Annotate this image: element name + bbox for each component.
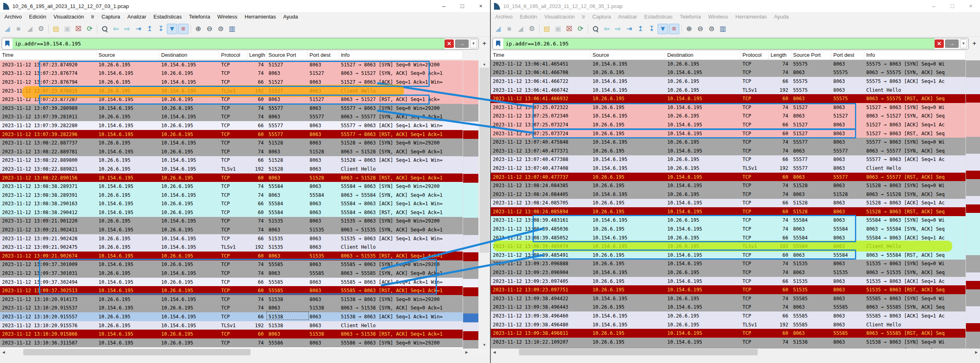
- packet-row[interactable]: 2023-11-12 13:08:39.48316110.154.6.19510…: [491, 216, 966, 225]
- scroll-left-icon[interactable]: ◄: [491, 349, 498, 356]
- horizontal-scrollbar[interactable]: ◄ ►: [491, 349, 980, 356]
- packet-row[interactable]: 2023-11-12 13:07:40.47584810.154.6.19510…: [491, 138, 966, 146]
- packet-row[interactable]: 2023-11-12 13:08:22.88980010.26.6.19510.…: [0, 156, 463, 165]
- open-file-icon[interactable]: ▤: [51, 24, 61, 34]
- zoom-out-icon[interactable]: ⊖: [695, 24, 705, 34]
- packet-row[interactable]: 2023-11-12 13:08:38.28937110.154.6.19510…: [0, 182, 463, 191]
- packet-row[interactable]: 2023-11-12 13:08:22.88773710.26.6.19510.…: [0, 138, 463, 147]
- scroll-down-icon[interactable]: ▼: [479, 341, 490, 349]
- column-header-time[interactable]: Time: [491, 51, 590, 60]
- packet-row[interactable]: 2023-11-12 13:07:25.07372410.26.6.19510.…: [491, 129, 966, 138]
- menu-telefonía[interactable]: Telefonía: [185, 14, 214, 20]
- filter-dropdown-button[interactable]: ▼: [470, 39, 477, 48]
- packet-row[interactable]: 2023-11-12 13:08:39.48507410.154.6.19510…: [491, 242, 966, 251]
- close-button[interactable]: ×: [472, 0, 490, 12]
- scroll-right-icon[interactable]: ►: [973, 349, 980, 356]
- packet-row[interactable]: 2023-11-12 13:07:23.87728710.154.6.19510…: [0, 95, 463, 104]
- menu-telefonía[interactable]: Telefonía: [676, 14, 705, 20]
- column-header-port-dest[interactable]: Port dest: [308, 51, 339, 60]
- go-to-packet-icon[interactable]: ⇥: [133, 24, 144, 34]
- packet-row[interactable]: 2023-11-12 13:07:40.47737110.26.6.19510.…: [491, 146, 966, 155]
- go-back-icon[interactable]: ⇦: [601, 24, 612, 34]
- packet-row[interactable]: 2023-11-12 13:08:39.48503610.26.6.19510.…: [491, 225, 966, 233]
- menu-edición[interactable]: Edición: [25, 14, 50, 20]
- packet-minimap[interactable]: [463, 60, 478, 349]
- packet-row[interactable]: 2023-11-12 13:09:21.90241110.154.6.19510…: [0, 225, 463, 234]
- packet-row[interactable]: 2023-11-12 13:09:21.90122010.26.6.19510.…: [0, 217, 463, 226]
- reload-file-icon[interactable]: ⟳: [84, 24, 95, 34]
- packet-row[interactable]: 2023-11-12 13:08:39.48505210.154.6.19510…: [491, 233, 966, 242]
- column-header-length[interactable]: Length: [769, 51, 791, 60]
- column-header-protocol[interactable]: Protocol: [740, 51, 769, 60]
- zoom-in-icon[interactable]: ⊕: [684, 24, 694, 34]
- restart-capture-icon[interactable]: ◢: [515, 24, 526, 34]
- filter-bookmark-button[interactable]: [493, 41, 503, 47]
- packet-row[interactable]: 2023-11-12 13:07:25.07234010.154.6.19510…: [491, 112, 966, 121]
- packet-row[interactable]: 2023-11-12 13:07:23.87679410.26.6.19510.…: [0, 78, 463, 87]
- column-header-source-port[interactable]: Source Port: [791, 51, 831, 60]
- packet-row[interactable]: 2023-11-12 13:09:37.30100910.154.6.19510…: [0, 260, 463, 269]
- packet-row[interactable]: 2023-11-12 13:09:37.30251310.154.6.19510…: [0, 286, 463, 295]
- vertical-scrollbar[interactable]: ▲ ▼: [478, 60, 490, 349]
- packet-row[interactable]: 2023-11-12 13:10:20.91417310.26.6.19510.…: [0, 295, 463, 304]
- maximize-button[interactable]: □: [943, 0, 962, 12]
- packet-row[interactable]: 2023-11-12 13:07:39.28098910.154.6.19510…: [0, 104, 463, 113]
- autoscroll-icon[interactable]: ▼: [658, 24, 668, 34]
- menu-visualización[interactable]: Visualización: [50, 14, 88, 20]
- title-bar[interactable]: 10_26_6_195_all_2023_11_12_12_07_03_1.pc…: [0, 0, 490, 12]
- close-button[interactable]: ×: [962, 0, 980, 12]
- column-header-info[interactable]: Info: [339, 51, 463, 60]
- column-header-port-dest[interactable]: Port dest: [831, 51, 864, 60]
- filter-dropdown-button[interactable]: ▼: [960, 39, 967, 48]
- colorize-icon[interactable]: ≡: [669, 24, 679, 34]
- open-file-icon[interactable]: ▤: [541, 24, 552, 34]
- go-forward-icon[interactable]: ⇨: [122, 24, 132, 34]
- capture-options-icon[interactable]: ⚙: [36, 24, 46, 34]
- go-top-icon[interactable]: ↥: [635, 24, 646, 34]
- menu-ayuda[interactable]: Ayuda: [280, 14, 302, 20]
- minimize-button[interactable]: –: [435, 0, 453, 12]
- column-header-source-port[interactable]: Source Port: [267, 51, 308, 60]
- menu-wireless[interactable]: Wireless: [705, 14, 732, 20]
- packet-row[interactable]: 2023-11-12 13:09:23.09688810.26.6.19510.…: [491, 260, 966, 268]
- menu-herramientas[interactable]: Herramientas: [732, 14, 771, 20]
- packet-row[interactable]: 2023-11-12 13:09:38.49442210.154.6.19510…: [491, 294, 966, 303]
- packet-row[interactable]: 2023-11-12 13:09:38.49646010.154.6.19510…: [491, 311, 966, 320]
- packet-row[interactable]: 2023-11-12 13:06:41.46674210.154.6.19510…: [491, 86, 966, 95]
- menu-ir[interactable]: Ir: [88, 14, 98, 20]
- find-packet-icon[interactable]: [590, 24, 601, 34]
- menu-archivo[interactable]: Archivo: [492, 14, 516, 20]
- go-bottom-icon[interactable]: ↧: [156, 24, 166, 34]
- packet-row[interactable]: 2023-11-12 13:09:38.49644310.26.6.19510.…: [491, 303, 966, 312]
- packet-row[interactable]: 2023-11-12 13:09:21.90242810.26.6.19510.…: [0, 234, 463, 243]
- packet-row[interactable]: 2023-11-12 13:07:39.28228010.154.6.19510…: [0, 121, 463, 130]
- menu-archivo[interactable]: Archivo: [1, 14, 25, 20]
- packet-row[interactable]: 2023-11-12 13:06:41.46545110.154.6.19510…: [491, 60, 966, 68]
- packet-row[interactable]: 2023-11-12 13:09:21.90247510.26.6.19510.…: [0, 243, 463, 252]
- resize-columns-icon[interactable]: ▥: [227, 24, 237, 34]
- packet-row[interactable]: 2023-11-12 13:08:24.08438510.26.6.19510.…: [491, 181, 966, 190]
- column-header-info[interactable]: Info: [864, 51, 966, 60]
- save-file-icon[interactable]: ▣: [553, 24, 563, 34]
- packet-row[interactable]: 2023-11-12 13:09:23.09775110.26.6.19510.…: [491, 285, 966, 294]
- packet-row[interactable]: 2023-11-12 13:06:41.46672210.154.6.19510…: [491, 77, 966, 86]
- menu-wireless[interactable]: Wireless: [214, 14, 241, 20]
- packet-row[interactable]: 2023-11-12 13:08:22.88982110.26.6.19510.…: [0, 165, 463, 173]
- filter-clear-button[interactable]: ✕: [445, 39, 454, 48]
- packet-row[interactable]: 2023-11-12 13:07:25.07232210.26.6.19510.…: [491, 103, 966, 112]
- packet-row[interactable]: 2023-11-12 13:10:22.10920710.26.6.19510.…: [491, 338, 966, 346]
- packet-row[interactable]: 2023-11-12 13:07:40.47738810.154.6.19510…: [491, 155, 966, 164]
- packet-minimap[interactable]: [966, 60, 980, 349]
- packet-row[interactable]: 2023-11-12 13:07:39.28229610.154.6.19510…: [0, 130, 463, 139]
- filter-add-button[interactable]: +: [970, 38, 978, 49]
- packet-row[interactable]: 2023-11-12 13:06:41.46693210.26.6.19510.…: [491, 94, 966, 103]
- minimize-button[interactable]: –: [925, 0, 943, 12]
- go-top-icon[interactable]: ↥: [144, 24, 155, 34]
- go-to-packet-icon[interactable]: ⇥: [624, 24, 634, 34]
- packet-row[interactable]: 2023-11-12 13:09:23.09690410.154.6.19510…: [491, 268, 966, 277]
- packet-row[interactable]: 2023-11-12 13:07:23.87492010.26.6.19510.…: [0, 60, 463, 69]
- menu-captura[interactable]: Captura: [589, 14, 615, 20]
- menu-estadísticas[interactable]: Estadísticas: [641, 14, 676, 20]
- packet-row[interactable]: 2023-11-12 13:09:21.90267410.154.6.19510…: [0, 252, 463, 260]
- title-bar[interactable]: 10_154_6_195_all_2023_11_12_12_06_35_1.p…: [491, 0, 980, 12]
